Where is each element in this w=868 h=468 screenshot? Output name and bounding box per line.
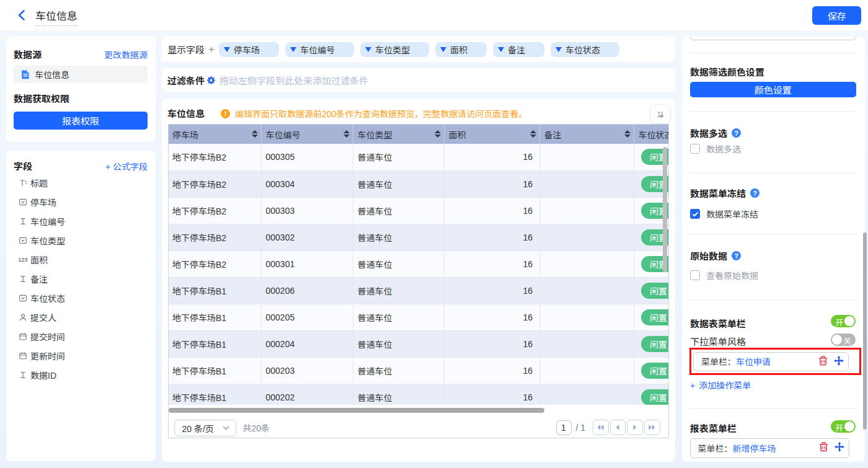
svg-text:1: 1 (657, 110, 662, 119)
